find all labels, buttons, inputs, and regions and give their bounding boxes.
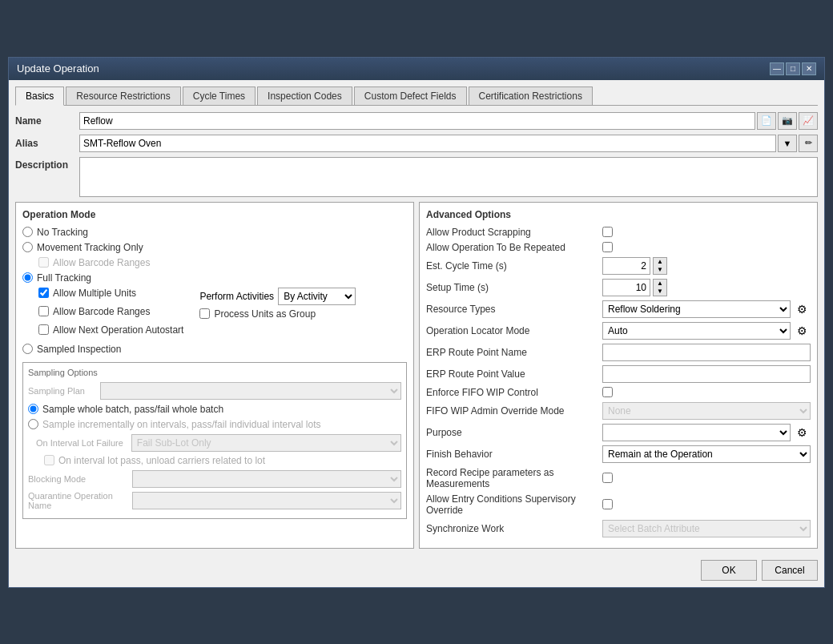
purpose-row: Purpose ⚙ [426, 424, 811, 441]
name-row: Name 📄 📷 📈 [15, 112, 818, 130]
movement-tracking-radio[interactable] [22, 242, 33, 252]
name-icon-btn-2[interactable]: 📷 [778, 112, 797, 130]
restore-button[interactable]: □ [786, 62, 800, 75]
allow-product-scrapping-checkbox[interactable] [602, 227, 613, 237]
name-input[interactable] [79, 112, 755, 130]
description-input[interactable] [79, 157, 818, 197]
allow-multiple-units-label: Allow Multiple Units [53, 288, 136, 299]
operation-locator-label: Operation Locator Mode [426, 325, 602, 336]
record-recipe-checkbox[interactable] [602, 473, 613, 483]
operation-locator-value: Auto ⚙ [602, 322, 811, 340]
tab-resource-restrictions[interactable]: Resource Restrictions [66, 87, 180, 105]
setup-time-label: Setup Time (s) [426, 282, 602, 293]
operation-locator-select[interactable]: Auto [602, 322, 791, 340]
alias-dropdown-btn[interactable]: ▼ [778, 135, 797, 152]
perform-activities-select[interactable]: By Activity By Operation None [278, 288, 356, 305]
interval-lot-pass-checkbox[interactable] [44, 455, 54, 465]
allow-next-op-checkbox[interactable] [38, 324, 49, 335]
name-icon-btn-3[interactable]: 📈 [799, 112, 818, 130]
fifo-admin-select[interactable]: None [602, 402, 811, 420]
minimize-button[interactable]: — [770, 62, 784, 75]
name-input-group: 📄 📷 📈 [79, 112, 818, 130]
est-cycle-time-value: ▲ ▼ [602, 257, 811, 275]
full-tracking-cols: Allow Multiple Units Allow Barcode Range… [38, 288, 407, 340]
title-bar: Update Operation — □ ✕ [9, 58, 824, 80]
setup-time-input[interactable] [602, 279, 650, 296]
purpose-gear[interactable]: ⚙ [793, 424, 811, 441]
resource-types-gear[interactable]: ⚙ [793, 300, 811, 318]
erp-route-name-input[interactable] [602, 344, 811, 361]
finish-behavior-select[interactable]: Remain at the Operation Move to Next Ope… [602, 445, 811, 463]
setup-time-down[interactable]: ▼ [654, 288, 666, 296]
full-tracking-radio[interactable] [22, 272, 33, 283]
alias-edit-btn[interactable]: ✏ [799, 135, 818, 152]
footer: OK Cancel [15, 555, 818, 581]
erp-route-value-row: ERP Route Point Value [426, 365, 811, 383]
allow-entry-conditions-row: Allow Entry Conditions Supervisory Overr… [426, 493, 811, 516]
close-button[interactable]: ✕ [802, 62, 816, 75]
est-cycle-time-down[interactable]: ▼ [654, 266, 666, 274]
tab-basics[interactable]: Basics [15, 87, 64, 106]
resource-types-label: Resource Types [426, 304, 602, 315]
allow-entry-conditions-checkbox[interactable] [602, 499, 613, 509]
alias-input[interactable] [79, 135, 776, 152]
allow-operation-repeated-checkbox[interactable] [602, 242, 613, 252]
alias-row: Alias ▼ ✏ [15, 135, 818, 152]
sampling-options-title: Sampling Options [28, 368, 401, 377]
est-cycle-time-up[interactable]: ▲ [654, 258, 666, 266]
on-interval-failure-select[interactable]: Fail Sub-Lot Only [131, 434, 401, 452]
blocking-mode-select[interactable] [132, 470, 401, 488]
sampled-inspection-row: Sampled Inspection [22, 344, 407, 355]
allow-entry-conditions-label: Allow Entry Conditions Supervisory Overr… [426, 493, 602, 516]
quarantine-op-label: Quarantine Operation Name [28, 491, 132, 510]
setup-time-up[interactable]: ▲ [654, 280, 666, 288]
purpose-select[interactable] [602, 424, 791, 441]
update-operation-window: Update Operation — □ ✕ Basics Resource R… [8, 57, 825, 588]
process-units-checkbox[interactable] [199, 308, 210, 319]
purpose-value: ⚙ [602, 424, 811, 441]
window-body: Basics Resource Restrictions Cycle Times… [9, 80, 824, 587]
erp-route-name-value [602, 344, 811, 361]
ok-button[interactable]: OK [701, 560, 757, 581]
setup-time-value: ▲ ▼ [602, 279, 811, 296]
sample-incremental-radio[interactable] [28, 419, 38, 429]
tab-custom-defect-fields[interactable]: Custom Defect Fields [354, 87, 467, 105]
allow-barcode-checkbox[interactable] [38, 306, 49, 316]
allow-product-scrapping-value [602, 227, 811, 237]
operation-locator-gear[interactable]: ⚙ [793, 322, 811, 340]
purpose-label: Purpose [426, 427, 602, 438]
finish-behavior-row: Finish Behavior Remain at the Operation … [426, 445, 811, 463]
tab-cycle-times[interactable]: Cycle Times [183, 87, 256, 105]
synchronize-work-row: Synchronize Work Select Batch Attribute [426, 520, 811, 537]
no-tracking-label: No Tracking [37, 227, 88, 238]
enforce-fifo-checkbox[interactable] [602, 387, 613, 397]
sampling-plan-label: Sampling Plan [28, 386, 100, 396]
name-label: Name [15, 115, 79, 127]
allow-barcode-movement-checkbox[interactable] [38, 257, 49, 268]
tab-inspection-codes[interactable]: Inspection Codes [257, 87, 352, 105]
quarantine-op-select[interactable] [132, 492, 401, 509]
process-units-label: Process Units as Group [214, 308, 316, 320]
est-cycle-time-input[interactable] [602, 257, 650, 275]
enforce-fifo-row: Enforce FIFO WIP Control [426, 387, 811, 398]
name-icon-btn-1[interactable]: 📄 [757, 112, 776, 130]
sample-incremental-row: Sample incrementally on intervals, pass/… [28, 419, 401, 430]
allow-multiple-units-checkbox[interactable] [38, 288, 49, 298]
est-cycle-time-row: Est. Cycle Time (s) ▲ ▼ [426, 257, 811, 275]
allow-next-op-row: Allow Next Operation Autostart [38, 324, 183, 336]
resource-types-select[interactable]: Reflow Soldering [602, 300, 791, 318]
finish-behavior-label: Finish Behavior [426, 449, 602, 460]
no-tracking-radio[interactable] [22, 227, 33, 237]
sample-whole-batch-radio[interactable] [28, 404, 38, 414]
cancel-button[interactable]: Cancel [762, 560, 818, 581]
erp-route-value-input[interactable] [602, 365, 811, 383]
allow-operation-repeated-value [602, 242, 811, 252]
allow-product-scrapping-label: Allow Product Scrapping [426, 227, 602, 238]
sampled-inspection-radio[interactable] [22, 344, 33, 354]
synchronize-work-select[interactable]: Select Batch Attribute [602, 520, 811, 537]
tab-certification-restrictions[interactable]: Certification Restrictions [469, 87, 593, 105]
perform-activities-label: Perform Activities [199, 291, 274, 302]
sampling-plan-select[interactable] [100, 382, 401, 400]
record-recipe-label: Record Recipe parameters as Measurements [426, 467, 602, 489]
panels: Operation Mode No Tracking Movement Trac… [15, 202, 818, 549]
